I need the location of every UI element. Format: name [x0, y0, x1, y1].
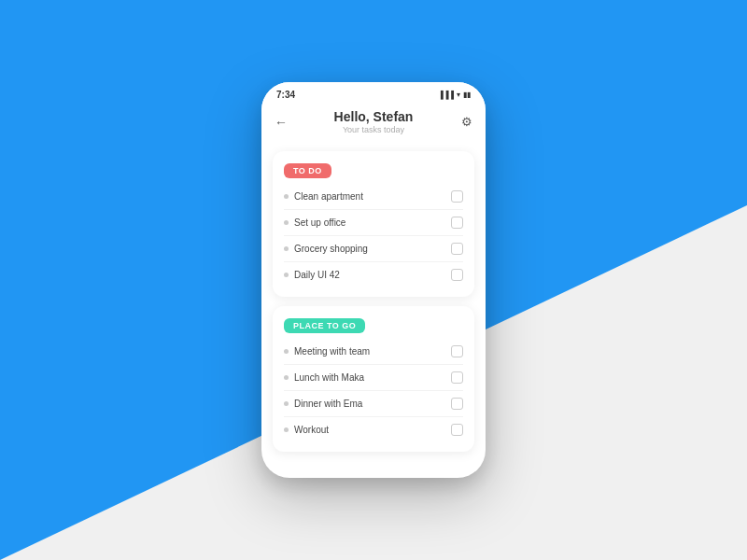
divider [284, 261, 463, 262]
divider [284, 235, 463, 236]
app-header: ← Hello, Stefan Your tasks today ⚙ [261, 104, 486, 144]
back-button[interactable]: ← [275, 115, 288, 130]
task-dot [284, 194, 289, 199]
task-dot [284, 246, 289, 251]
task-checkbox[interactable] [451, 217, 463, 229]
phone-frame: 7:34 ▐▐▐ ▾ ▮▮ ← Hello, Stefan Your tasks… [261, 82, 486, 478]
task-label: Dinner with Ema [294, 399, 362, 409]
header-subtitle: Your tasks today [334, 125, 414, 134]
task-label: Set up office [294, 217, 345, 228]
task-checkbox[interactable] [451, 243, 463, 255]
task-dot [284, 401, 289, 406]
divider [284, 416, 463, 417]
todo-task-3: Grocery shopping [284, 238, 463, 259]
battery-icon: ▮▮ [463, 91, 471, 99]
divider [284, 364, 463, 365]
task-label: Lunch with Maka [294, 372, 364, 383]
signal-icon: ▐▐▐ [438, 91, 454, 99]
placetogo-task-2: Lunch with Maka [284, 367, 463, 388]
task-checkbox[interactable] [451, 424, 463, 436]
divider [284, 390, 463, 391]
todo-task-2: Set up office [284, 212, 463, 233]
todo-badge: TO DO [284, 163, 331, 178]
placetogo-badge: PLACE TO GO [284, 318, 365, 333]
todo-card: TO DO Clean apartment Set up office [273, 151, 474, 297]
task-label: Meeting with team [294, 346, 370, 357]
wifi-icon: ▾ [457, 91, 460, 99]
task-checkbox[interactable] [451, 345, 463, 357]
task-dot [284, 375, 289, 380]
task-checkbox[interactable] [451, 269, 463, 281]
task-dot [284, 427, 289, 432]
placetogo-task-3: Dinner with Ema [284, 393, 463, 414]
phone-wrapper: 7:34 ▐▐▐ ▾ ▮▮ ← Hello, Stefan Your tasks… [261, 82, 486, 478]
settings-button[interactable]: ⚙ [461, 115, 472, 129]
placetogo-task-1: Meeting with team [284, 341, 463, 362]
divider [284, 209, 463, 210]
todo-task-4: Daily UI 42 [284, 264, 463, 286]
placetogo-card: PLACE TO GO Meeting with team Lunch with… [273, 306, 474, 452]
status-icons: ▐▐▐ ▾ ▮▮ [438, 91, 471, 99]
todo-task-1: Clean apartment [284, 186, 463, 207]
task-dot [284, 273, 289, 277]
task-checkbox[interactable] [451, 190, 463, 203]
task-checkbox[interactable] [451, 371, 463, 384]
content-area: TO DO Clean apartment Set up office [261, 144, 486, 459]
placetogo-task-4: Workout [284, 419, 463, 441]
task-label: Grocery shopping [294, 244, 368, 254]
header-title: Hello, Stefan [334, 109, 414, 124]
task-label: Daily UI 42 [294, 270, 340, 280]
task-label: Workout [294, 425, 329, 435]
status-bar: 7:34 ▐▐▐ ▾ ▮▮ [261, 82, 486, 104]
task-checkbox[interactable] [451, 398, 463, 410]
task-dot [284, 349, 289, 354]
task-dot [284, 220, 289, 225]
status-time: 7:34 [276, 90, 295, 100]
task-label: Clean apartment [294, 191, 363, 202]
